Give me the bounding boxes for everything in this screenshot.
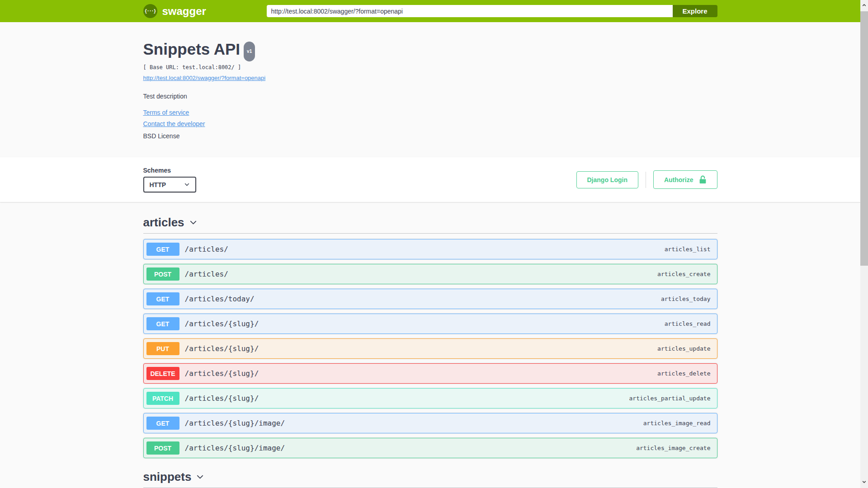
operation-id: articles_list — [665, 246, 711, 253]
tag-section-articles: articlesGET/articles/articles_listPOST/a… — [143, 216, 717, 458]
endpoint-row[interactable]: POST/articles/articles_create — [143, 264, 717, 284]
method-badge: GET — [146, 417, 179, 430]
endpoint-row[interactable]: GET/articles/today/articles_today — [143, 289, 717, 309]
info-section: Snippets API v1 [ Base URL: test.local:8… — [143, 22, 717, 157]
endpoint-row[interactable]: GET/articles/articles_list — [143, 239, 717, 259]
tag-header-articles[interactable]: articles — [143, 216, 198, 230]
api-title-text: Snippets API — [143, 41, 241, 58]
endpoint-path: /articles/ — [185, 270, 228, 278]
endpoint-row[interactable]: PUT/articles/{slug}/articles_update — [143, 338, 717, 359]
version-badge: v1 — [244, 42, 255, 61]
api-description: Test description — [143, 93, 717, 100]
endpoint-row[interactable]: PATCH/articles/{slug}/articles_partial_u… — [143, 388, 717, 408]
endpoint-path: /articles/ — [185, 245, 228, 253]
chevron-down-icon — [196, 473, 204, 481]
base-url: [ Base URL: test.local:8002/ ] — [143, 64, 717, 70]
swagger-brand-link[interactable]: {···} swagger — [143, 4, 206, 18]
scroll-down-arrow-icon[interactable] — [860, 478, 868, 486]
authorize-button[interactable]: Authorize — [653, 170, 717, 189]
endpoint-path: /articles/today/ — [185, 295, 255, 303]
schemes-block: Schemes HTTP — [143, 167, 196, 192]
operation-id: articles_image_create — [636, 445, 710, 451]
method-badge: DELETE — [146, 367, 179, 380]
operation-id: articles_today — [661, 296, 711, 302]
topbar: {···} swagger Explore — [0, 0, 860, 22]
scheme-selected-value: HTTP — [150, 181, 166, 188]
operation-id: articles_create — [657, 271, 710, 277]
operation-id: articles_partial_update — [629, 395, 710, 402]
authorize-label: Authorize — [664, 176, 693, 183]
contact-developer-link[interactable]: Contact the developer — [143, 120, 205, 127]
spec-url-input[interactable] — [267, 5, 673, 17]
tag-divider — [143, 233, 717, 234]
auth-wrapper: Django Login Authorize — [576, 170, 717, 189]
method-badge: GET — [146, 243, 179, 256]
endpoint-path: /articles/{slug}/ — [185, 344, 259, 353]
method-badge: POST — [146, 441, 179, 455]
unlock-icon — [699, 175, 707, 184]
method-badge: POST — [146, 267, 179, 281]
tag-header-snippets[interactable]: snippets — [143, 470, 205, 484]
django-login-button[interactable]: Django Login — [576, 171, 638, 188]
auth-divider — [646, 172, 646, 188]
endpoint-path: /articles/{slug}/ — [185, 369, 259, 378]
endpoint-row[interactable]: GET/articles/{slug}/image/articles_image… — [143, 413, 717, 433]
schemes-label: Schemes — [143, 167, 196, 174]
endpoint-row[interactable]: DELETE/articles/{slug}/articles_delete — [143, 363, 717, 384]
tag-label: articles — [143, 216, 184, 230]
page-title: Snippets API v1 — [143, 41, 717, 61]
scrollbar[interactable] — [860, 0, 868, 488]
swagger-brand-name: swagger — [162, 5, 206, 18]
chevron-down-icon — [189, 218, 198, 227]
api-sections: articlesGET/articles/articles_listPOST/a… — [143, 216, 717, 488]
operation-id: articles_delete — [657, 370, 710, 377]
method-badge: PATCH — [146, 392, 179, 405]
swagger-logo-icon: {···} — [143, 4, 157, 18]
chevron-down-icon — [184, 182, 190, 188]
license-text: BSD License — [143, 132, 717, 157]
operation-list: GET/articles/articles_listPOST/articles/… — [143, 239, 717, 458]
endpoint-path: /articles/{slug}/image/ — [185, 444, 285, 452]
terms-of-service-link[interactable]: Terms of service — [143, 109, 189, 116]
django-login-label: Django Login — [587, 176, 627, 183]
endpoint-path: /articles/{slug}/image/ — [185, 419, 285, 427]
method-badge: GET — [146, 292, 179, 305]
endpoint-path: /articles/{slug}/ — [185, 394, 259, 403]
explore-button[interactable]: Explore — [673, 5, 717, 17]
method-badge: PUT — [146, 342, 179, 355]
tag-section-snippets: snippetsGET/snippets/snippets_list — [143, 470, 717, 488]
method-badge: GET — [146, 317, 179, 330]
scrollbar-thumb[interactable] — [860, 11, 868, 266]
endpoint-row[interactable]: POST/articles/{slug}/image/articles_imag… — [143, 438, 717, 458]
tag-label: snippets — [143, 470, 192, 484]
endpoint-path: /articles/{slug}/ — [185, 319, 259, 328]
operation-id: articles_read — [665, 320, 711, 327]
operation-id: articles_image_read — [643, 420, 711, 427]
spec-link[interactable]: http://test.local:8002/swagger/?format=o… — [143, 75, 266, 81]
spec-url-bar: Explore — [267, 5, 717, 17]
scheme-container: Schemes HTTP Django Login Authorize — [0, 157, 860, 202]
scheme-select[interactable]: HTTP — [143, 177, 196, 192]
operation-id: articles_update — [657, 345, 710, 352]
scroll-up-arrow-icon[interactable] — [860, 1, 868, 9]
endpoint-row[interactable]: GET/articles/{slug}/articles_read — [143, 314, 717, 334]
page: {···} swagger Explore Snippets API v1 [ … — [0, 0, 860, 488]
